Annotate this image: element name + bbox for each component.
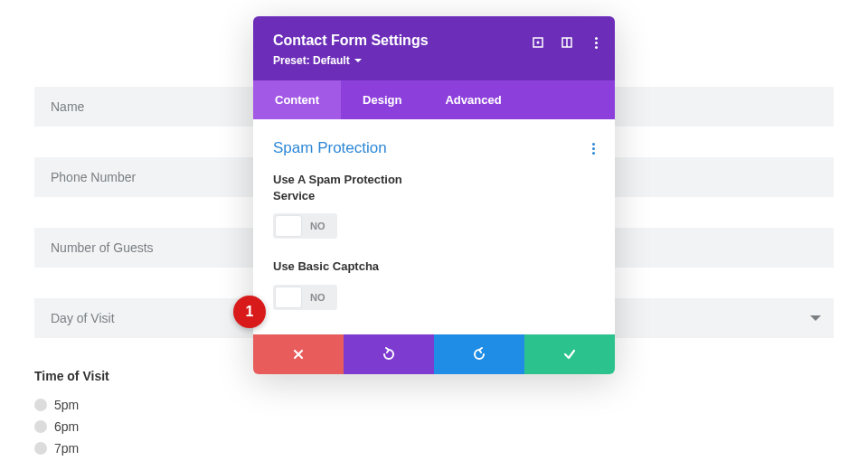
basic-captcha-label: Use Basic Captcha xyxy=(273,258,436,275)
modal-header: Contact Form Settings Preset: Default xyxy=(253,16,615,80)
snap-icon[interactable] xyxy=(561,36,573,49)
tab-design[interactable]: Design xyxy=(341,80,423,119)
modal-footer xyxy=(253,334,615,374)
name-placeholder: Name xyxy=(51,99,84,114)
toggle-handle xyxy=(276,216,301,236)
radio-label: 5pm xyxy=(54,398,79,412)
toggle-value: NO xyxy=(301,221,335,231)
radio-label: 6pm xyxy=(54,419,79,434)
undo-button[interactable] xyxy=(344,334,434,374)
modal-body: Spam Protection Use A Spam Protection Se… xyxy=(253,119,615,334)
day-placeholder: Day of Visit xyxy=(51,311,115,325)
tab-advanced[interactable]: Advanced xyxy=(423,80,523,119)
toggle-value: NO xyxy=(301,292,335,303)
annotation-callout-1: 1 xyxy=(233,296,266,328)
svg-point-1 xyxy=(537,42,540,44)
radio-label: 7pm xyxy=(54,441,79,456)
section-title[interactable]: Spam Protection xyxy=(273,139,387,157)
time-option-7pm[interactable]: 7pm xyxy=(34,437,834,459)
redo-icon xyxy=(472,347,486,362)
tab-content[interactable]: Content xyxy=(253,80,341,119)
cancel-button[interactable] xyxy=(253,334,344,374)
radio-icon xyxy=(34,442,47,455)
expand-icon[interactable] xyxy=(532,36,544,49)
radio-icon xyxy=(34,399,47,411)
header-actions xyxy=(532,36,602,49)
section-menu-icon[interactable] xyxy=(592,143,595,155)
preset-dropdown[interactable]: Preset: Default xyxy=(273,54,362,67)
preset-label: Preset: Default xyxy=(273,54,350,67)
check-icon xyxy=(563,348,576,361)
spam-service-toggle[interactable]: NO xyxy=(273,213,337,239)
more-icon[interactable] xyxy=(590,36,602,49)
spam-service-label: Use A Spam Protection Service xyxy=(273,172,436,204)
modal-tabs: Content Design Advanced xyxy=(253,80,615,119)
toggle-handle xyxy=(276,287,301,307)
section-header: Spam Protection xyxy=(273,139,595,157)
time-option-5pm[interactable]: 5pm xyxy=(34,394,834,416)
time-option-6pm[interactable]: 6pm xyxy=(34,416,834,437)
redo-button[interactable] xyxy=(434,334,524,374)
phone-placeholder: Phone Number xyxy=(51,170,136,184)
radio-icon xyxy=(34,420,47,433)
guests-placeholder: Number of Guests xyxy=(51,240,154,255)
undo-icon xyxy=(382,347,396,362)
basic-captcha-toggle[interactable]: NO xyxy=(273,285,337,310)
close-icon xyxy=(293,349,304,360)
settings-modal: Contact Form Settings Preset: Default Co… xyxy=(253,16,615,374)
save-button[interactable] xyxy=(524,334,615,374)
